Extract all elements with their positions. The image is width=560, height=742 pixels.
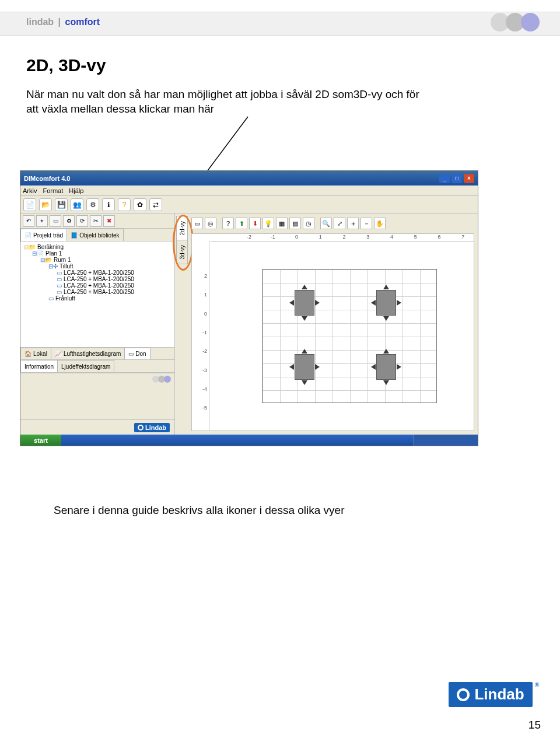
tab-don[interactable]: ▭Don [124, 348, 150, 359]
window-maximize-button[interactable]: □ [452, 174, 462, 183]
view-tabs: 2d-vy 3d-vy [176, 216, 188, 264]
section-paragraph: När man nu valt don så har man möjlighet… [26, 88, 435, 116]
open-icon[interactable]: 📂 [39, 198, 52, 211]
target-icon[interactable]: ◎ [205, 218, 216, 229]
lindab-logo-small: Lindab [134, 423, 170, 432]
left-panel: ↶ ⌖ ▭ ♻ ⟳ ✂ ✖ 📄Projekt träd 📘Objekt bibl… [20, 214, 175, 435]
tab-lufthastighet[interactable]: 📈Lufthastighetsdiagram [51, 348, 125, 359]
grid-icon[interactable]: ▦ [276, 218, 288, 229]
windows-taskbar: start [20, 435, 478, 446]
left-mini-toolbar: ↶ ⌖ ▭ ♻ ⟳ ✂ ✖ [20, 214, 174, 229]
start-button[interactable]: start [20, 435, 61, 446]
clock-icon[interactable]: ◷ [303, 218, 314, 229]
panel-footer-logo: Lindab [20, 419, 174, 435]
floor-plan [262, 269, 437, 403]
square-icon[interactable]: ▭ [191, 218, 203, 229]
canvas-panel: 2d-vy 3d-vy ▭ ◎ ? ⬆ ⬇ 💡 ▦ ▤ ◷ 🔍 ⤢ ＋ － ✋ [175, 214, 478, 435]
tab-ljudeffekt[interactable]: Ljudeffektsdiagram [57, 360, 114, 372]
menu-hjalp[interactable]: Hjälp [69, 187, 83, 194]
brand-separator: | [57, 17, 62, 27]
lower-tabs-row1: 🏠Lokal 📈Lufthastighetsdiagram ▭Don [20, 347, 174, 360]
help-icon[interactable]: ? [118, 198, 131, 211]
tab-3d-vy[interactable]: 3d-vy [176, 240, 188, 264]
app-screenshot: DIMcomfort 4.0 _ □ × Arkiv Format Hjälp … [20, 170, 478, 446]
refresh-icon[interactable]: ⟳ [76, 215, 88, 227]
diffuser-icon[interactable] [295, 354, 314, 380]
bulb-icon[interactable]: 💡 [262, 218, 274, 229]
lindab-logo-large: Lindab ® [449, 682, 539, 707]
cut-icon[interactable]: ✂ [90, 215, 102, 227]
menu-arkiv[interactable]: Arkiv [23, 187, 37, 194]
lower-tabs-row2: Information Ljudeffektsdiagram [20, 360, 174, 373]
info-panel [20, 373, 174, 419]
tab-projekt-trad[interactable]: 📄Projekt träd [20, 229, 67, 241]
header-circles-icon [491, 13, 540, 32]
diffuser-icon[interactable] [295, 290, 314, 316]
tab-objekt-bibliotek[interactable]: 📘Objekt bibliotek [66, 229, 123, 241]
window-title: DIMcomfort 4.0 [24, 175, 70, 182]
tab-lokal[interactable]: 🏠Lokal [20, 348, 51, 359]
stamp-icon[interactable]: ✿ [134, 198, 146, 211]
arrows-down-icon[interactable]: ⬇ [249, 218, 261, 229]
section-title: 2D, 3D-vy [26, 55, 106, 75]
gear-icon[interactable]: ⚙ [86, 198, 99, 211]
diffuser-icon[interactable] [376, 290, 396, 316]
diffuser-icon[interactable] [376, 354, 396, 380]
brand-text: lindab | comfort [26, 17, 100, 27]
menu-format[interactable]: Format [43, 187, 63, 194]
ruler-horizontal: -2 -1 0 1 2 3 4 5 6 7 [209, 234, 474, 242]
page-number: 15 [528, 719, 541, 732]
canvas-toolbar: ▭ ◎ ? ⬆ ⬇ 💡 ▦ ▤ ◷ 🔍 ⤢ ＋ － ✋ [191, 216, 386, 231]
grid2-icon[interactable]: ▤ [289, 218, 301, 229]
square-icon[interactable]: ▭ [50, 215, 61, 227]
info-icon[interactable]: ℹ [102, 198, 115, 211]
project-tree[interactable]: ⊟📁Beräkning ⊟📄Plan 1 ⊟📂Rum 1 ⊟✣Tilluft ▭… [20, 242, 174, 347]
left-tabs: 📄Projekt träd 📘Objekt bibliotek [20, 229, 174, 242]
menubar: Arkiv Format Hjälp [20, 186, 478, 196]
recycle-icon[interactable]: ♻ [63, 215, 75, 227]
zoom-fit-icon[interactable]: ⤢ [334, 218, 345, 229]
ref-icon[interactable]: ⌖ [36, 215, 48, 227]
question-icon[interactable]: ? [222, 218, 234, 229]
brand-grey: lindab [26, 17, 54, 27]
tab-2d-vy[interactable]: 2d-vy [176, 216, 188, 240]
window-titlebar: DIMcomfort 4.0 _ □ × [20, 171, 478, 186]
file-icon[interactable]: 📄 [23, 198, 36, 211]
canvas-area[interactable]: -2 -1 0 1 2 3 4 5 6 7 2 1 0 -1 -2 [191, 233, 474, 431]
swap-icon[interactable]: ⇄ [149, 198, 162, 211]
delete-icon[interactable]: ✖ [103, 215, 115, 227]
arrows-up-icon[interactable]: ⬆ [236, 218, 247, 229]
save-icon[interactable]: 💾 [55, 198, 68, 211]
brand-blue: comfort [65, 17, 100, 27]
main-toolbar: 📄 📂 💾 👥 ⚙ ℹ ? ✿ ⇄ [20, 196, 478, 214]
zoom-area-icon[interactable]: 🔍 [320, 218, 332, 229]
undo-icon[interactable]: ↶ [23, 215, 34, 227]
users-icon[interactable]: 👥 [71, 198, 83, 211]
window-minimize-button[interactable]: _ [439, 174, 450, 183]
section-paragraph-2: Senare i denna guide beskrivs alla ikone… [54, 504, 345, 517]
zoom-out-icon[interactable]: － [360, 218, 372, 229]
zoom-in-icon[interactable]: ＋ [347, 218, 359, 229]
info-circles-icon [153, 376, 171, 383]
tab-information[interactable]: Information [20, 360, 58, 372]
ruler-vertical: 2 1 0 -1 -2 -3 -4 -5 [192, 242, 209, 430]
system-tray [414, 435, 478, 446]
page-header: lindab | comfort [0, 12, 560, 36]
window-close-button[interactable]: × [464, 174, 474, 183]
hand-icon[interactable]: ✋ [374, 218, 386, 229]
